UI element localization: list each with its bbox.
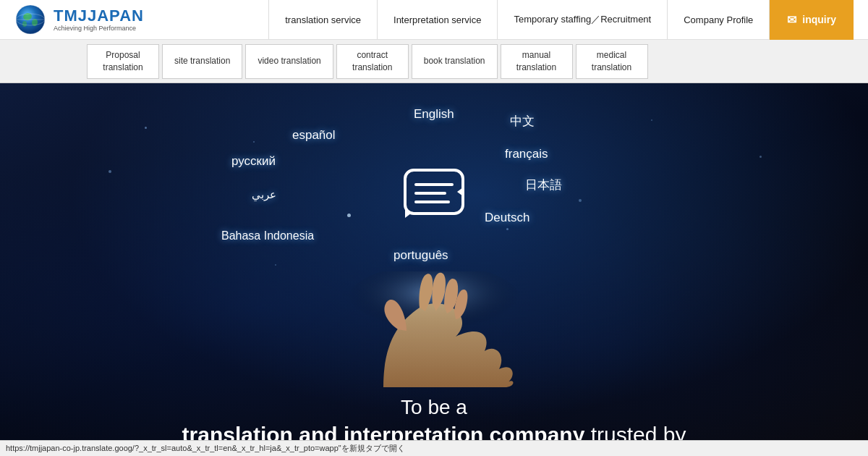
nav-translation-service[interactable]: translation service [268,0,377,40]
nav-company-profile[interactable]: Company Profile [667,0,769,40]
sub-nav-proposal-translation[interactable]: Proposaltranslation [87,44,159,79]
logo-subtitle: Achieving High Performance [54,25,144,32]
main-nav: translation service Interpretation servi… [188,0,854,40]
inquiry-label: inquiry [802,14,836,25]
hand-svg [253,271,615,387]
sub-nav-medical-translation[interactable]: medicaltranslation [576,44,648,79]
inquiry-button[interactable]: ✉ inquiry [769,0,854,40]
header: TMJJAPAN Achieving High Performance tran… [0,0,868,40]
nav-temporary-staffing[interactable]: Temporary staffing／Recruitment [497,0,667,40]
lang-portuguese: português [393,248,448,263]
sub-nav-book-translation[interactable]: book translation [412,44,498,79]
logo-globe-icon [14,4,46,35]
lang-deutsch: Deutsch [485,211,529,225]
hero-section: English español 中文 русский français 日本語 … [0,83,868,456]
translation-icon [398,156,470,228]
lang-arabic: عربي [252,188,276,201]
nav-interpretation-service[interactable]: Interpretation service [377,0,497,40]
tagline-line-1: To be a [0,394,868,421]
email-icon: ✉ [787,13,796,27]
sub-nav-manual-translation[interactable]: manualtranslation [501,44,573,79]
lang-espanol: español [292,128,336,143]
sub-nav-site-translation[interactable]: site translation [162,44,242,79]
logo-title: TMJJAPAN [54,7,144,25]
logo-area[interactable]: TMJJAPAN Achieving High Performance [14,4,188,35]
lang-french: français [505,147,548,161]
lang-chinese: 中文 [510,113,535,130]
sub-nav: Proposaltranslation site translation vid… [0,40,868,83]
svg-point-3 [22,21,27,27]
hand-area [253,271,615,387]
svg-marker-11 [457,187,463,196]
sub-nav-video-translation[interactable]: video translation [245,44,333,79]
lang-english: English [414,107,454,122]
lang-japanese: 日本語 [525,177,562,193]
status-bar: https://tmjjapan-co-jp.translate.goog/?_… [0,440,868,456]
lang-russian: русский [231,154,276,169]
lang-bahasa: Bahasa Indonesia [221,229,314,242]
hero-content: English español 中文 русский français 日本語 … [0,83,868,387]
logo-text: TMJJAPAN Achieving High Performance [54,7,144,32]
language-cloud: English español 中文 русский français 日本語 … [181,98,687,286]
status-bar-text: https://tmjjapan-co-jp.translate.goog/?_… [6,443,405,454]
sub-nav-contract-translation[interactable]: contracttranslation [336,44,409,79]
